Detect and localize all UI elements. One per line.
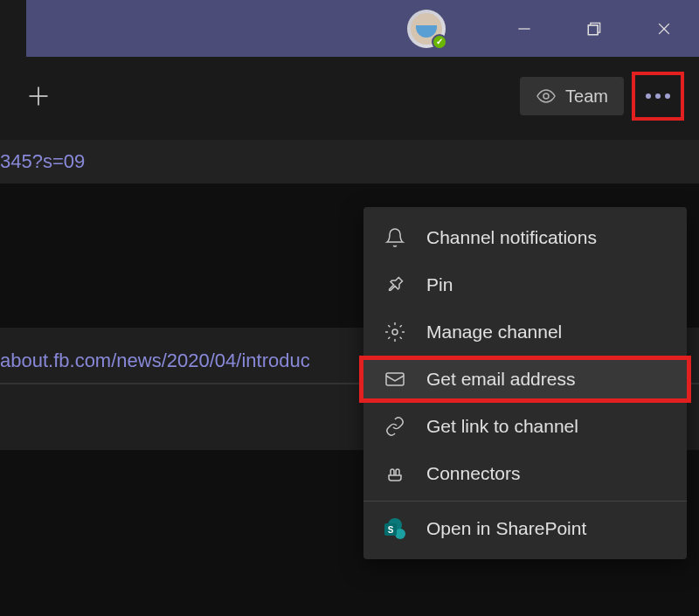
menu-item-connectors[interactable]: Connectors	[363, 450, 687, 497]
close-button[interactable]	[629, 0, 699, 57]
link-fragment[interactable]: about.fb.com/news/2020/04/introduc	[0, 350, 310, 371]
minimize-button[interactable]	[489, 0, 559, 57]
menu-item-label: Pin	[426, 274, 453, 295]
eye-icon	[536, 86, 557, 107]
menu-divider	[363, 501, 687, 502]
toolbar-right: Team	[520, 74, 682, 118]
menu-item-channel-notifications[interactable]: Channel notifications	[363, 214, 687, 261]
toolbar: Team	[0, 57, 699, 140]
menu-item-open-sharepoint[interactable]: S Open in SharePoint	[363, 505, 687, 552]
sharepoint-icon: S	[384, 518, 405, 539]
menu-item-label: Get email address	[426, 369, 575, 390]
menu-item-get-link[interactable]: Get link to channel	[363, 403, 687, 450]
maximize-button[interactable]	[559, 0, 629, 57]
menu-item-get-email-address[interactable]: Get email address	[363, 356, 687, 403]
svg-point-8	[543, 93, 549, 99]
team-button-label: Team	[565, 87, 608, 107]
avatar-container[interactable]	[407, 10, 446, 48]
menu-item-label: Channel notifications	[426, 227, 597, 248]
gear-icon	[384, 322, 405, 343]
mail-icon	[384, 369, 405, 390]
menu-item-manage-channel[interactable]: Manage channel	[363, 308, 687, 356]
message-row[interactable]: 345?s=09	[0, 140, 699, 183]
menu-item-pin[interactable]: Pin	[363, 261, 687, 308]
main-content: Team 345?s=09 about.fb.com/news/2020/04/…	[0, 57, 699, 616]
bell-icon	[384, 227, 405, 248]
presence-indicator	[432, 34, 447, 50]
link-icon	[384, 416, 405, 437]
menu-item-label: Connectors	[426, 463, 520, 484]
pin-icon	[384, 274, 405, 295]
title-bar	[0, 0, 699, 57]
menu-item-label: Manage channel	[426, 322, 562, 343]
channel-context-menu: Channel notifications Pin Manage channel	[363, 207, 687, 559]
left-panel-edge	[0, 0, 26, 57]
svg-point-9	[392, 329, 398, 335]
connectors-icon	[384, 463, 405, 484]
svg-rect-10	[386, 373, 404, 385]
add-tab-button[interactable]	[26, 84, 51, 108]
more-options-button[interactable]	[634, 74, 682, 118]
svg-rect-2	[588, 24, 598, 34]
more-icon	[646, 93, 670, 99]
menu-item-label: Get link to channel	[426, 416, 578, 437]
menu-item-label: Open in SharePoint	[426, 518, 586, 539]
link-fragment[interactable]: 345?s=09	[0, 150, 85, 172]
window-controls	[489, 0, 699, 57]
team-visibility-button[interactable]: Team	[520, 77, 624, 115]
